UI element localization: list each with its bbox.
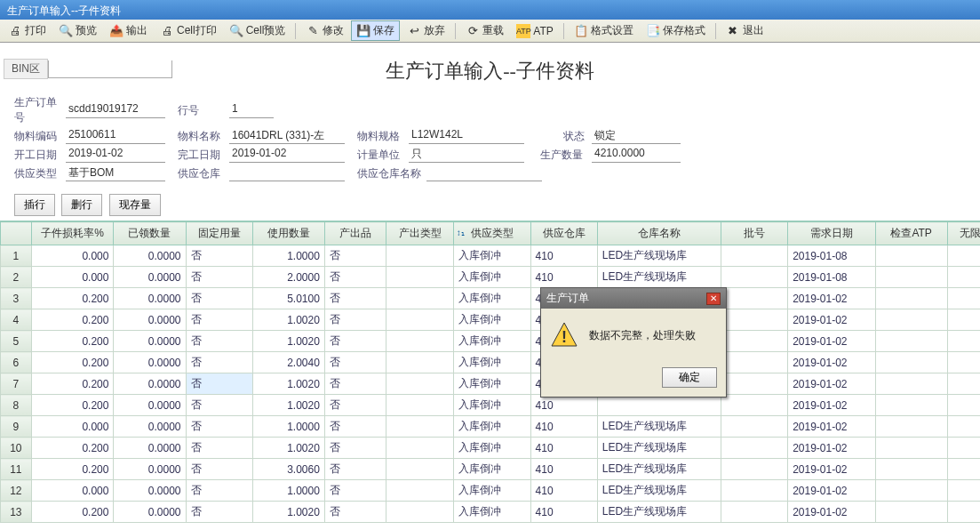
cell-recv[interactable]: 0.0000 [114, 373, 186, 395]
end-date-field[interactable]: 2019-01-02 [229, 147, 345, 163]
col-recv[interactable]: 已领数量 [114, 222, 186, 245]
cell-preview-button[interactable]: 🔍Cell预览 [224, 20, 291, 41]
table-row[interactable]: 120.0000.0000否1.0000否入库倒冲410LED生产线现场库201… [1, 480, 981, 502]
cell-unlimited[interactable] [947, 288, 980, 309]
cell-fixed[interactable]: 否 [186, 245, 252, 267]
row-number[interactable]: 10 [1, 438, 32, 459]
cell-whname[interactable]: LED生产线现场库 [597, 245, 721, 267]
edit-button[interactable]: ✎修改 [300, 20, 349, 41]
cell-atp[interactable] [875, 267, 947, 288]
cell-fixed[interactable]: 否 [186, 331, 252, 352]
cell-wh[interactable]: 410 [530, 459, 597, 480]
delete-row-button[interactable]: 删行 [61, 194, 102, 216]
cell-output[interactable]: 否 [324, 416, 386, 438]
save-button[interactable]: 💾保存 [351, 20, 400, 41]
cell-fixed[interactable]: 否 [186, 309, 252, 331]
cell-atp[interactable] [875, 309, 947, 331]
cell-output[interactable]: 否 [324, 267, 386, 288]
cell-wh[interactable]: 410 [530, 502, 597, 523]
cell-outtype[interactable] [386, 331, 453, 352]
cell-unlimited[interactable] [947, 502, 980, 523]
cell-unlimited[interactable] [947, 480, 980, 502]
row-number[interactable]: 7 [1, 373, 32, 395]
table-row[interactable]: 20.0000.0000否2.0000否入库倒冲410LED生产线现场库2019… [1, 267, 981, 288]
cell-batch[interactable] [721, 480, 787, 502]
abandon-button[interactable]: ↩放弃 [402, 20, 450, 41]
mat-name-field[interactable]: 16041DRL (331)-左 [229, 128, 345, 144]
uom-field[interactable]: 只 [409, 147, 524, 163]
col-fixed[interactable]: 固定用量 [186, 222, 252, 245]
cell-whname[interactable]: LED生产线现场库 [597, 267, 721, 288]
cell-use[interactable]: 1.0020 [252, 331, 324, 352]
status-field[interactable]: 锁定 [592, 128, 681, 144]
insert-row-button[interactable]: 插行 [14, 194, 55, 216]
cell-supply[interactable]: 入库倒冲 [453, 267, 530, 288]
cell-loss[interactable]: 0.200 [31, 395, 114, 416]
stock-button[interactable]: 现存量 [109, 194, 161, 216]
cell-req[interactable]: 2019-01-02 [788, 416, 875, 438]
cell-fixed[interactable]: 否 [186, 502, 252, 523]
col-output[interactable]: 产出品 [324, 222, 386, 245]
reload-button[interactable]: ⟳重载 [460, 20, 509, 41]
cell-outtype[interactable] [386, 502, 453, 523]
bin-input[interactable] [48, 60, 172, 78]
cell-use[interactable]: 1.0020 [252, 395, 324, 416]
col-use[interactable]: 使用数量 [252, 222, 324, 245]
cell-wh[interactable]: 410 [530, 245, 597, 267]
cell-outtype[interactable] [386, 288, 453, 309]
cell-whname[interactable]: LED生产线现场库 [597, 480, 721, 502]
cell-unlimited[interactable] [947, 245, 980, 267]
cell-req[interactable]: 2019-01-02 [788, 288, 875, 309]
row-number[interactable]: 12 [1, 480, 32, 502]
cell-outtype[interactable] [386, 245, 453, 267]
cell-loss[interactable]: 0.200 [31, 373, 114, 395]
cell-loss[interactable]: 0.000 [31, 480, 114, 502]
cell-loss[interactable]: 0.200 [31, 438, 114, 459]
cell-req[interactable]: 2019-01-02 [788, 480, 875, 502]
cell-outtype[interactable] [386, 309, 453, 331]
cell-recv[interactable]: 0.0000 [114, 395, 186, 416]
col-req[interactable]: 需求日期 [788, 222, 875, 245]
cell-fixed[interactable]: 否 [186, 395, 252, 416]
cell-supply[interactable]: 入库倒冲 [453, 331, 530, 352]
cell-fixed[interactable]: 否 [186, 352, 252, 373]
cell-batch[interactable] [721, 245, 787, 267]
cell-output[interactable]: 否 [324, 438, 386, 459]
cell-unlimited[interactable] [947, 459, 980, 480]
cell-fixed[interactable]: 否 [186, 480, 252, 502]
col-whname[interactable]: 仓库名称 [597, 222, 721, 245]
cell-outtype[interactable] [386, 267, 453, 288]
cell-use[interactable]: 1.0000 [252, 480, 324, 502]
cell-loss[interactable]: 0.000 [31, 245, 114, 267]
cell-fixed[interactable]: 否 [186, 438, 252, 459]
cell-req[interactable]: 2019-01-02 [788, 309, 875, 331]
col-batch[interactable]: 批号 [721, 222, 787, 245]
cell-fixed[interactable]: 否 [186, 416, 252, 438]
cell-fixed[interactable]: 否 [186, 373, 252, 395]
col-wh[interactable]: 供应仓库 [530, 222, 597, 245]
cell-outtype[interactable] [386, 373, 453, 395]
cell-atp[interactable] [875, 373, 947, 395]
cell-supply[interactable]: 入库倒冲 [453, 502, 530, 523]
dialog-titlebar[interactable]: 生产订单 ✕ [541, 288, 726, 309]
cell-atp[interactable] [875, 502, 947, 523]
cell-supply[interactable]: 入库倒冲 [453, 373, 530, 395]
col-loss[interactable]: 子件损耗率% [31, 222, 114, 245]
cell-use[interactable]: 1.0020 [252, 309, 324, 331]
cell-supply[interactable]: 入库倒冲 [453, 480, 530, 502]
cell-loss[interactable]: 0.200 [31, 352, 114, 373]
data-grid[interactable]: 子件损耗率% 已领数量 固定用量 使用数量 产出品 产出类型 ↕₁供应类型 供应… [0, 221, 980, 523]
table-row[interactable]: 50.2000.0000否1.0020否入库倒冲4102019-01-02 [1, 331, 981, 352]
cell-whname[interactable]: LED生产线现场库 [597, 502, 721, 523]
cell-outtype[interactable] [386, 416, 453, 438]
cell-wh[interactable]: 410 [530, 395, 597, 416]
cell-batch[interactable] [721, 502, 787, 523]
line-no-field[interactable]: 1 [229, 102, 274, 118]
cell-atp[interactable] [875, 395, 947, 416]
table-row[interactable]: 130.2000.0000否1.0020否入库倒冲410LED生产线现场库201… [1, 502, 981, 523]
cell-req[interactable]: 2019-01-08 [788, 267, 875, 288]
cell-batch[interactable] [721, 267, 787, 288]
cell-batch[interactable] [721, 309, 787, 331]
cell-supply[interactable]: 入库倒冲 [453, 416, 530, 438]
cell-loss[interactable]: 0.000 [31, 267, 114, 288]
